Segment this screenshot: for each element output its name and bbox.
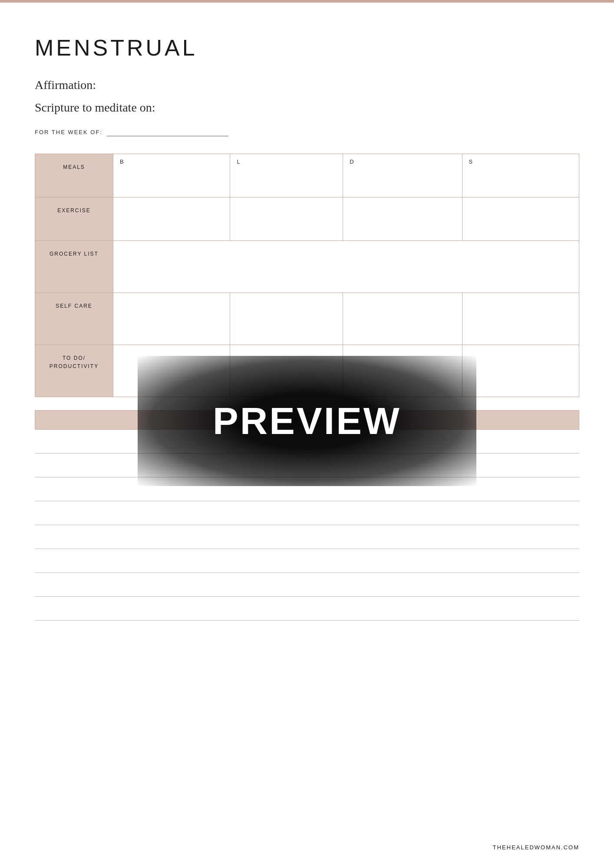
selfcare-label-cell: SELF CARE (35, 293, 113, 345)
week-of-label: FOR THE WEEK OF: (35, 129, 102, 135)
exercise-row: EXERCISE (35, 197, 579, 241)
meals-row: MEALS B L D S (35, 154, 579, 197)
todo-col4[interactable] (462, 345, 579, 397)
page-title: MENSTRUAL (35, 35, 579, 61)
selfcare-col2[interactable] (230, 293, 343, 345)
recap-line-7[interactable] (35, 573, 579, 597)
grocery-content[interactable] (113, 241, 579, 293)
selfcare-label: SELF CARE (56, 303, 92, 309)
todo-col1[interactable] (113, 345, 230, 397)
selfcare-col4[interactable] (462, 293, 579, 345)
exercise-col1[interactable] (113, 197, 230, 241)
exercise-col2[interactable] (230, 197, 343, 241)
recap-line-3[interactable] (35, 477, 579, 501)
exercise-label: EXERCISE (57, 207, 91, 214)
selfcare-col3[interactable] (343, 293, 462, 345)
meals-b-header: B (113, 154, 230, 197)
todo-label-cell: TO DO/PRODUCTIVITY (35, 345, 113, 397)
recap-line-5[interactable] (35, 525, 579, 549)
recap-line-6[interactable] (35, 549, 579, 573)
selfcare-row: SELF CARE (35, 293, 579, 345)
recap-header: RECAP (35, 410, 579, 430)
meals-label: MEALS (63, 164, 85, 170)
affirmation-label: Affirmation: (35, 78, 579, 92)
main-table: MEALS B L D S EXERCISE GROCERY LIST (35, 154, 579, 397)
meals-label-cell: MEALS (35, 154, 113, 197)
recap-section: RECAP (35, 410, 579, 621)
exercise-col4[interactable] (462, 197, 579, 241)
meals-l-header: L (230, 154, 343, 197)
grocery-label: GROCERY LIST (50, 251, 99, 257)
footer: THEHEALEDWOMAN.COM (493, 844, 579, 851)
top-border (0, 0, 614, 3)
meals-s-header: S (462, 154, 579, 197)
scripture-label: Scripture to meditate on: (35, 101, 579, 115)
meals-d-header: D (343, 154, 462, 197)
todo-col3[interactable] (343, 345, 462, 397)
recap-line-2[interactable] (35, 454, 579, 477)
recap-line-1[interactable] (35, 430, 579, 454)
grocery-label-cell: GROCERY LIST (35, 241, 113, 293)
todo-row: TO DO/PRODUCTIVITY (35, 345, 579, 397)
exercise-col3[interactable] (343, 197, 462, 241)
recap-lines (35, 430, 579, 621)
recap-line-8[interactable] (35, 597, 579, 621)
week-of-row: FOR THE WEEK OF: (35, 128, 579, 136)
selfcare-col1[interactable] (113, 293, 230, 345)
recap-line-4[interactable] (35, 501, 579, 525)
exercise-label-cell: EXERCISE (35, 197, 113, 241)
todo-col2[interactable] (230, 345, 343, 397)
week-of-input[interactable] (107, 128, 228, 136)
grocery-row: GROCERY LIST (35, 241, 579, 293)
todo-label: TO DO/PRODUCTIVITY (50, 355, 99, 369)
